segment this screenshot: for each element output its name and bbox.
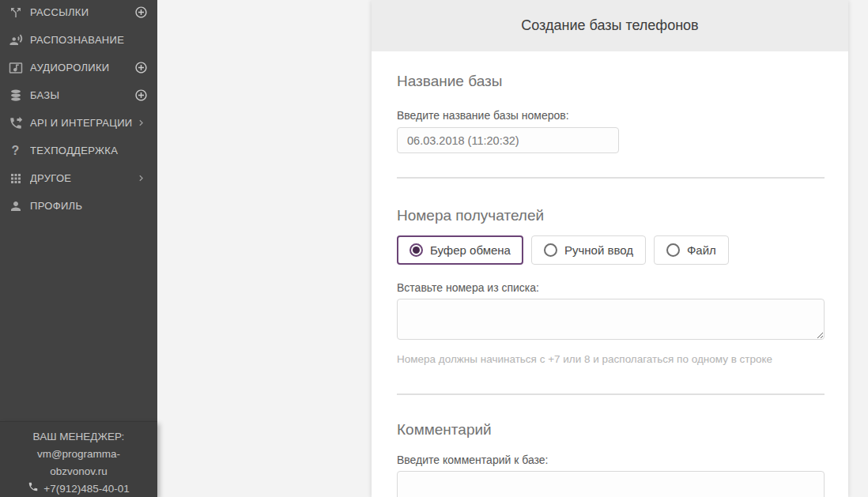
option-label: Файл [687, 243, 716, 257]
section-heading-name: Название базы [397, 73, 825, 90]
add-circle-icon[interactable] [134, 61, 148, 75]
database-name-input[interactable] [397, 127, 619, 153]
numbers-hint: Номера должны начинаться с +7 или 8 и ра… [397, 353, 825, 366]
source-option-group: Буфер обмена Ручной ввод Файл [397, 235, 825, 265]
manager-title: ВАШ МЕНЕДЖЕР: [0, 428, 157, 446]
section-heading-recipients: Номера получателей [397, 207, 825, 224]
call-split-icon [8, 5, 23, 20]
chevron-right-icon [134, 116, 148, 130]
name-input-label: Введите название базы номеров: [397, 109, 825, 122]
sidebar-item-label: АУДИОРОЛИКИ [30, 62, 134, 73]
page-title: Создание базы телефонов [521, 17, 698, 34]
manager-contact-block: ВАШ МЕНЕДЖЕР: vm@programma- obzvonov.ru … [0, 421, 157, 497]
sidebar-item-bazy[interactable]: БАЗЫ [0, 81, 157, 109]
comment-textarea[interactable] [397, 471, 825, 497]
sidebar: РАССЫЛКИ РАСПОЗНАВАНИЕ АУДИОРОЛИКИ [0, 0, 157, 497]
option-label: Буфер обмена [430, 243, 511, 257]
sidebar-item-label: API И ИНТЕГРАЦИИ [30, 117, 134, 129]
sidebar-item-label: РАССЫЛКИ [30, 6, 134, 18]
option-clipboard[interactable]: Буфер обмена [397, 235, 523, 265]
phone-icon [28, 480, 39, 497]
sidebar-item-techpodderzhka[interactable]: ? ТЕХПОДДЕРЖКА [0, 137, 157, 164]
numbers-textarea[interactable] [397, 299, 825, 340]
section-divider [397, 177, 825, 179]
option-label: Ручной ввод [564, 243, 633, 257]
manager-phone[interactable]: +7(912)485-40-01 [43, 480, 129, 497]
sidebar-item-api[interactable]: API И ИНТЕГРАЦИИ [0, 109, 157, 137]
numbers-textarea-label: Вставьте номера из списка: [397, 281, 825, 294]
audio-clip-icon [8, 60, 23, 75]
sidebar-item-drugoe[interactable]: ДРУГОЕ [0, 164, 157, 192]
add-circle-icon[interactable] [134, 88, 148, 103]
add-circle-icon[interactable] [134, 6, 148, 20]
sidebar-item-label: РАСПОЗНАВАНИЕ [30, 34, 148, 46]
option-manual-input[interactable]: Ручной ввод [531, 235, 646, 265]
create-database-card: Создание базы телефонов Название базы Вв… [372, 0, 848, 497]
manager-email-line2[interactable]: obzvonov.ru [0, 463, 157, 480]
sidebar-item-profil[interactable]: ПРОФИЛЬ [0, 192, 157, 220]
section-heading-comment: Комментарий [397, 421, 825, 439]
option-file[interactable]: Файл [654, 235, 729, 265]
chevron-right-icon [134, 171, 148, 186]
question-icon: ? [8, 143, 23, 158]
sidebar-item-audioroliki[interactable]: АУДИОРОЛИКИ [0, 54, 157, 81]
sidebar-item-label: ТЕХПОДДЕРЖКА [30, 145, 148, 156]
radio-unselected-icon [666, 243, 680, 257]
phone-forwarded-icon [8, 115, 23, 130]
voice-recognition-icon [8, 32, 23, 47]
comment-textarea-label: Введите комментарий к базе: [397, 454, 825, 466]
sidebar-item-label: БАЗЫ [30, 89, 134, 101]
manager-email-line1[interactable]: vm@programma- [0, 446, 157, 463]
sidebar-nav: РАССЫЛКИ РАСПОЗНАВАНИЕ АУДИОРОЛИКИ [0, 0, 157, 220]
sidebar-item-rassylki[interactable]: РАССЫЛКИ [0, 0, 157, 26]
person-icon [8, 198, 23, 213]
section-divider [397, 393, 825, 395]
radio-selected-icon [409, 243, 423, 257]
sidebar-item-raspoznavanie[interactable]: РАСПОЗНАВАНИЕ [0, 26, 157, 54]
database-icon [8, 88, 23, 103]
card-header: Создание базы телефонов [372, 0, 848, 51]
sidebar-item-label: ПРОФИЛЬ [30, 200, 148, 212]
radio-unselected-icon [544, 243, 557, 257]
grid-icon [8, 171, 23, 186]
card-body: Название базы Введите название базы номе… [372, 73, 848, 497]
sidebar-item-label: ДРУГОЕ [30, 172, 134, 184]
